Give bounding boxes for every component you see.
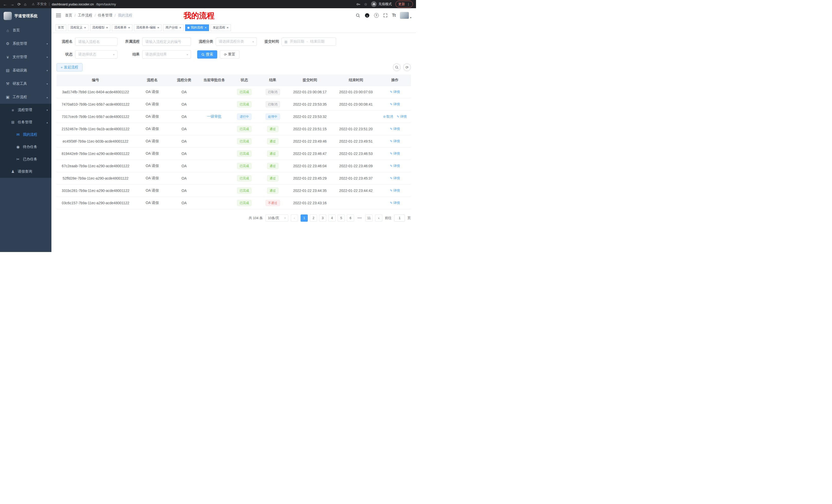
logo[interactable]: 芋道管理系统: [0, 8, 51, 24]
annotation-my-process: 我的流程: [184, 10, 214, 21]
page-button-4[interactable]: 4: [328, 215, 336, 222]
current-task-link[interactable]: 一级审批: [207, 114, 222, 118]
reload-icon[interactable]: ⟳: [18, 2, 21, 6]
refresh-table-icon[interactable]: ⟳: [403, 63, 411, 71]
row-action-detail[interactable]: ✎详情: [390, 164, 400, 168]
table-header-row: 编号流程名流程分类当前审批任务状态结果提交时间结束时间操作: [57, 75, 411, 86]
sidebar-item-6[interactable]: ≡流程管理▾: [0, 104, 51, 116]
cell-category: OA: [170, 160, 198, 172]
process-name-input[interactable]: [75, 37, 118, 46]
column-header: 提交时间: [287, 75, 333, 86]
next-page-button[interactable]: ›: [375, 215, 382, 222]
cell-end-time: 2022-01-22 23:46:09: [333, 160, 379, 172]
search-button[interactable]: 搜索: [197, 50, 217, 59]
tab-5[interactable]: 用户分组×: [163, 24, 184, 31]
breadcrumb-item[interactable]: 首页: [65, 13, 72, 18]
tab-2[interactable]: 流程模型×: [90, 24, 110, 31]
browser-menu-icon[interactable]: ⋮: [407, 2, 410, 6]
sidebar-item-5[interactable]: ▣工作流程▴: [0, 90, 51, 104]
update-button[interactable]: 更新 ⋮: [395, 1, 413, 7]
sidebar-item-label: 支付管理: [12, 55, 27, 59]
sidebar-item-label: 待办任务: [23, 145, 37, 149]
sidebar-item-11[interactable]: ♟请假查询: [0, 165, 51, 178]
incognito-badge[interactable]: 无痕模式: [371, 1, 392, 7]
address-bar[interactable]: ⚠ 不安全 dashboard.yudao.iocoder.cn/bpm/tas…: [32, 2, 353, 6]
page-button-3[interactable]: 3: [319, 215, 326, 222]
create-process-button[interactable]: + 发起流程: [57, 63, 82, 72]
help-icon[interactable]: ?: [374, 13, 379, 18]
page-button-2[interactable]: 2: [310, 215, 317, 222]
sidebar-item-2[interactable]: ¥支付管理▾: [0, 50, 51, 64]
breadcrumb-item[interactable]: 工作流程: [78, 13, 92, 18]
result-select[interactable]: 请选择流结果 ▾: [142, 50, 191, 59]
jump-page-input[interactable]: [394, 215, 405, 222]
close-icon[interactable]: ×: [179, 26, 181, 29]
page-button-6[interactable]: 6: [347, 215, 354, 222]
parent-process-input[interactable]: [142, 37, 191, 46]
breadcrumb-item[interactable]: 任务管理: [98, 13, 112, 18]
font-size-icon[interactable]: Tt: [392, 13, 395, 18]
row-action-detail[interactable]: ✎详情: [390, 151, 400, 156]
page-button-1[interactable]: 1: [301, 215, 308, 222]
sidebar-item-4[interactable]: ⚒研发工具▾: [0, 77, 51, 90]
reset-button[interactable]: ⟳ 重置: [220, 50, 239, 59]
pagination-total: 共 104 条: [249, 216, 263, 220]
row-action-detail[interactable]: ✎详情: [390, 176, 400, 180]
sidebar-item-8[interactable]: ✉我的流程: [0, 129, 51, 141]
close-icon[interactable]: ×: [205, 26, 207, 29]
page-ellipsis-button[interactable]: •••: [356, 215, 363, 222]
sidebar-toggle-icon[interactable]: [56, 13, 61, 18]
close-icon[interactable]: ×: [128, 26, 130, 29]
close-icon[interactable]: ×: [106, 26, 108, 29]
back-icon[interactable]: ←: [3, 2, 7, 6]
column-header: 结束时间: [333, 75, 379, 86]
cell-process-name: OA 请假: [134, 123, 170, 135]
sidebar-item-0[interactable]: ⌂首页: [0, 24, 51, 37]
user-menu[interactable]: ▾: [400, 12, 411, 19]
page-button-5[interactable]: 5: [338, 215, 345, 222]
row-action-cancel[interactable]: ⊘取消: [383, 114, 393, 119]
table-row: 52ffd28e-7b9a-11ec-a290-acde48001122OA 请…: [57, 172, 411, 185]
row-action-detail[interactable]: ✎详情: [390, 139, 400, 144]
prev-page-button[interactable]: ‹: [291, 215, 298, 222]
page-size-select[interactable]: 10条/页 ▾: [265, 215, 288, 222]
bookmark-star-icon[interactable]: ☆: [364, 2, 367, 6]
sidebar-item-3[interactable]: ▤基础设施▾: [0, 64, 51, 77]
row-action-detail[interactable]: ✎详情: [390, 102, 400, 107]
sidebar-item-1[interactable]: ⚙系统管理▾: [0, 37, 51, 50]
row-action-detail[interactable]: ✎详情: [390, 90, 400, 94]
forward-icon[interactable]: →: [10, 2, 14, 6]
row-action-detail[interactable]: ✎详情: [390, 127, 400, 131]
create-process-label: 发起流程: [64, 65, 78, 69]
page-button-11[interactable]: 11: [365, 215, 372, 222]
sidebar-item-10[interactable]: ✂已办任务: [0, 153, 51, 165]
close-icon[interactable]: ×: [157, 26, 159, 29]
toggle-search-icon[interactable]: [393, 63, 400, 71]
fullscreen-icon[interactable]: [383, 13, 388, 18]
submit-time-range-picker[interactable]: ▦ 开始日期 - 结束日期: [282, 37, 336, 46]
key-icon[interactable]: [356, 2, 361, 6]
category-select[interactable]: 请选择流程分类 ▾: [216, 37, 257, 46]
tab-4[interactable]: 流程表单-编辑×: [134, 24, 162, 31]
row-action-detail[interactable]: ✎详情: [390, 188, 400, 193]
status-placeholder: 请选择状态: [78, 52, 96, 57]
browser-home-icon[interactable]: ⌂: [24, 2, 26, 6]
close-icon[interactable]: ×: [84, 26, 86, 29]
status-tag: 已完成: [237, 138, 252, 144]
tab-6[interactable]: 我的流程×: [185, 24, 209, 31]
search-icon[interactable]: [356, 13, 360, 18]
tab-1[interactable]: 流程定义×: [68, 24, 88, 31]
sidebar-item-7[interactable]: ⊞任务管理▴: [0, 116, 51, 129]
action-label: 详情: [393, 176, 400, 180]
close-icon[interactable]: ×: [227, 26, 229, 29]
tab-0[interactable]: 首页: [55, 24, 66, 31]
tab-7[interactable]: 发起流程×: [211, 24, 231, 31]
sidebar-item-9[interactable]: ◉待办任务: [0, 141, 51, 153]
status-select[interactable]: 请选择状态 ▾: [75, 50, 118, 59]
tab-3[interactable]: 流程表单×: [112, 24, 132, 31]
action-label: 详情: [393, 139, 400, 144]
tab-label: 流程表单: [114, 25, 127, 30]
row-action-detail[interactable]: ✎详情: [390, 201, 400, 205]
github-icon[interactable]: [365, 13, 370, 18]
row-action-detail[interactable]: ✎详情: [397, 114, 407, 119]
